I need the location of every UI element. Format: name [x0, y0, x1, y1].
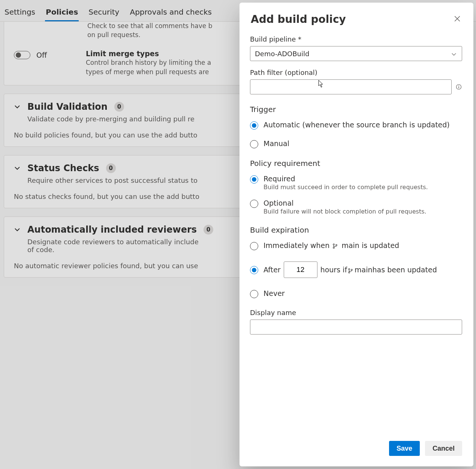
cancel-button[interactable]: Cancel: [425, 441, 462, 456]
trigger-manual-radio[interactable]: [250, 140, 258, 148]
requirement-optional-label: Optional: [263, 199, 427, 207]
expiration-immediate-radio[interactable]: [250, 242, 258, 250]
svg-point-8: [351, 269, 353, 271]
expiration-hours-input[interactable]: [284, 261, 317, 278]
trigger-manual-label: Manual: [263, 139, 289, 148]
branch-icon: [332, 242, 338, 248]
policy-requirement-label: Policy requirement: [250, 159, 462, 168]
svg-rect-2: [458, 87, 459, 88]
save-button[interactable]: Save: [389, 441, 420, 456]
svg-point-6: [349, 269, 350, 270]
info-icon[interactable]: [455, 84, 462, 90]
svg-point-5: [336, 245, 337, 246]
requirement-required-label: Required: [263, 175, 428, 183]
display-name-label: Display name: [250, 309, 462, 317]
requirement-required-sub: Build must succeed in order to complete …: [263, 184, 428, 191]
path-filter-input[interactable]: [250, 79, 452, 94]
chevron-down-icon: [451, 51, 457, 57]
requirement-optional-radio[interactable]: [250, 200, 258, 208]
path-filter-label: Path filter (optional): [250, 69, 462, 76]
expiration-never-radio[interactable]: [250, 290, 258, 298]
branch-icon: [348, 267, 354, 273]
pipeline-label: Build pipeline *: [250, 35, 462, 43]
svg-point-3: [333, 244, 335, 245]
build-expiration-label: Build expiration: [250, 226, 462, 234]
svg-point-7: [349, 272, 350, 273]
requirement-optional-sub: Build failure will not block completion …: [263, 208, 427, 215]
requirement-required-radio[interactable]: [250, 175, 258, 184]
svg-point-4: [333, 247, 335, 249]
trigger-label: Trigger: [250, 105, 462, 114]
build-pipeline-value: Demo-ADOBuild: [255, 50, 309, 58]
build-pipeline-select[interactable]: Demo-ADOBuild: [250, 46, 462, 61]
expiration-never-label: Never: [263, 289, 285, 297]
trigger-automatic-radio[interactable]: [250, 121, 258, 130]
trigger-automatic-label: Automatic (whenever the source branch is…: [263, 121, 450, 129]
display-name-input[interactable]: [250, 320, 462, 335]
add-build-policy-panel: Add build policy Build pipeline * Demo-A…: [239, 3, 473, 466]
expiration-after-label: After hours if main has been updated: [263, 261, 437, 278]
close-icon[interactable]: [454, 15, 462, 24]
panel-title: Add build policy: [251, 13, 346, 25]
svg-point-1: [458, 85, 459, 86]
expiration-after-radio[interactable]: [250, 266, 258, 274]
expiration-immediate-label: Immediately when main is updated: [263, 241, 399, 249]
